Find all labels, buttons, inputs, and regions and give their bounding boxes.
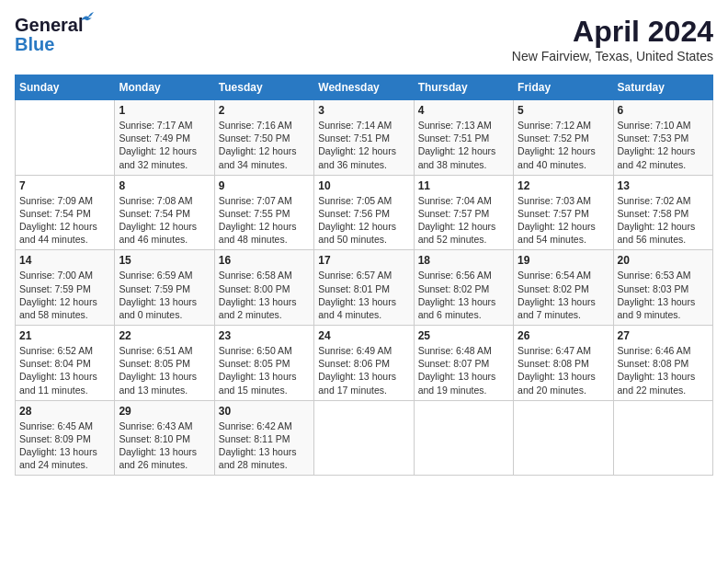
header-sunday: Sunday xyxy=(16,75,115,100)
table-cell: 30Sunrise: 6:42 AM Sunset: 8:11 PM Dayli… xyxy=(214,400,313,476)
calendar-header-row: SundayMondayTuesdayWednesdayThursdayFrid… xyxy=(16,75,713,100)
day-number: 5 xyxy=(518,104,609,117)
table-cell: 20Sunrise: 6:53 AM Sunset: 8:03 PM Dayli… xyxy=(613,250,712,326)
table-cell: 9Sunrise: 7:07 AM Sunset: 7:55 PM Daylig… xyxy=(214,175,313,250)
day-number: 10 xyxy=(318,179,409,192)
day-info: Sunrise: 7:03 AM Sunset: 7:57 PM Dayligh… xyxy=(518,194,609,247)
day-number: 11 xyxy=(418,179,509,192)
day-info: Sunrise: 7:14 AM Sunset: 7:51 PM Dayligh… xyxy=(318,119,409,171)
week-row-1: 1Sunrise: 7:17 AM Sunset: 7:49 PM Daylig… xyxy=(16,100,713,176)
day-number: 17 xyxy=(318,254,409,267)
day-number: 19 xyxy=(518,254,609,267)
day-info: Sunrise: 7:08 AM Sunset: 7:54 PM Dayligh… xyxy=(119,194,210,247)
table-cell: 28Sunrise: 6:45 AM Sunset: 8:09 PM Dayli… xyxy=(16,400,115,476)
table-cell xyxy=(16,100,115,176)
table-cell: 5Sunrise: 7:12 AM Sunset: 7:52 PM Daylig… xyxy=(514,100,613,176)
table-cell xyxy=(613,400,712,476)
day-info: Sunrise: 7:04 AM Sunset: 7:57 PM Dayligh… xyxy=(418,194,509,247)
table-cell: 1Sunrise: 7:17 AM Sunset: 7:49 PM Daylig… xyxy=(115,100,214,176)
week-row-3: 14Sunrise: 7:00 AM Sunset: 7:59 PM Dayli… xyxy=(16,250,713,326)
table-cell: 12Sunrise: 7:03 AM Sunset: 7:57 PM Dayli… xyxy=(514,175,613,250)
day-number: 2 xyxy=(219,104,310,117)
day-info: Sunrise: 6:57 AM Sunset: 8:01 PM Dayligh… xyxy=(318,269,409,321)
day-info: Sunrise: 6:59 AM Sunset: 7:59 PM Dayligh… xyxy=(119,269,210,321)
table-cell: 24Sunrise: 6:49 AM Sunset: 8:06 PM Dayli… xyxy=(314,326,414,401)
day-info: Sunrise: 6:49 AM Sunset: 8:06 PM Dayligh… xyxy=(318,344,409,396)
day-info: Sunrise: 6:51 AM Sunset: 8:05 PM Dayligh… xyxy=(119,344,210,396)
day-info: Sunrise: 7:10 AM Sunset: 7:53 PM Dayligh… xyxy=(618,119,709,171)
table-cell: 8Sunrise: 7:08 AM Sunset: 7:54 PM Daylig… xyxy=(115,175,214,250)
header-tuesday: Tuesday xyxy=(214,75,313,100)
day-number: 18 xyxy=(418,254,509,267)
day-number: 30 xyxy=(219,405,310,418)
day-number: 27 xyxy=(618,329,709,342)
table-cell: 15Sunrise: 6:59 AM Sunset: 7:59 PM Dayli… xyxy=(115,250,214,326)
title-block: April 2024 New Fairview, Texas, United S… xyxy=(512,15,713,63)
table-cell: 6Sunrise: 7:10 AM Sunset: 7:53 PM Daylig… xyxy=(613,100,712,176)
day-number: 9 xyxy=(219,179,310,192)
week-row-2: 7Sunrise: 7:09 AM Sunset: 7:54 PM Daylig… xyxy=(16,175,713,250)
day-number: 16 xyxy=(219,254,310,267)
day-number: 1 xyxy=(119,104,210,117)
day-info: Sunrise: 7:16 AM Sunset: 7:50 PM Dayligh… xyxy=(219,119,310,171)
day-number: 24 xyxy=(318,329,409,342)
day-info: Sunrise: 6:46 AM Sunset: 8:08 PM Dayligh… xyxy=(618,344,709,396)
day-info: Sunrise: 7:05 AM Sunset: 7:56 PM Dayligh… xyxy=(318,194,409,247)
day-number: 20 xyxy=(618,254,709,267)
day-number: 13 xyxy=(618,179,709,192)
day-number: 26 xyxy=(518,329,609,342)
day-number: 3 xyxy=(318,104,409,117)
table-cell: 2Sunrise: 7:16 AM Sunset: 7:50 PM Daylig… xyxy=(214,100,313,176)
day-number: 8 xyxy=(119,179,210,192)
day-number: 12 xyxy=(518,179,609,192)
table-cell: 14Sunrise: 7:00 AM Sunset: 7:59 PM Dayli… xyxy=(16,250,115,326)
logo: General Blue xyxy=(15,15,83,55)
day-info: Sunrise: 7:13 AM Sunset: 7:51 PM Dayligh… xyxy=(418,119,509,171)
day-info: Sunrise: 7:07 AM Sunset: 7:55 PM Dayligh… xyxy=(219,194,310,247)
logo-blue: Blue xyxy=(15,34,54,55)
day-info: Sunrise: 6:52 AM Sunset: 8:04 PM Dayligh… xyxy=(19,344,110,396)
day-info: Sunrise: 6:54 AM Sunset: 8:02 PM Dayligh… xyxy=(518,269,609,321)
header-thursday: Thursday xyxy=(414,75,513,100)
week-row-4: 21Sunrise: 6:52 AM Sunset: 8:04 PM Dayli… xyxy=(16,326,713,401)
day-info: Sunrise: 7:00 AM Sunset: 7:59 PM Dayligh… xyxy=(19,269,110,321)
day-number: 23 xyxy=(219,329,310,342)
table-cell: 27Sunrise: 6:46 AM Sunset: 8:08 PM Dayli… xyxy=(613,326,712,401)
main-title: April 2024 xyxy=(512,15,713,49)
day-info: Sunrise: 7:09 AM Sunset: 7:54 PM Dayligh… xyxy=(19,194,110,247)
day-info: Sunrise: 6:45 AM Sunset: 8:09 PM Dayligh… xyxy=(19,419,110,472)
day-info: Sunrise: 6:42 AM Sunset: 8:11 PM Dayligh… xyxy=(219,419,310,472)
day-info: Sunrise: 6:48 AM Sunset: 8:07 PM Dayligh… xyxy=(418,344,509,396)
day-info: Sunrise: 7:12 AM Sunset: 7:52 PM Dayligh… xyxy=(518,119,609,171)
logo-general: General xyxy=(15,15,83,35)
day-info: Sunrise: 6:56 AM Sunset: 8:02 PM Dayligh… xyxy=(418,269,509,321)
table-cell: 3Sunrise: 7:14 AM Sunset: 7:51 PM Daylig… xyxy=(314,100,414,176)
page-header: General Blue April 2024 New Fairview, Te… xyxy=(15,15,713,63)
week-row-5: 28Sunrise: 6:45 AM Sunset: 8:09 PM Dayli… xyxy=(16,400,713,476)
calendar-table: SundayMondayTuesdayWednesdayThursdayFrid… xyxy=(15,75,713,476)
table-cell: 22Sunrise: 6:51 AM Sunset: 8:05 PM Dayli… xyxy=(115,326,214,401)
header-friday: Friday xyxy=(514,75,613,100)
day-number: 25 xyxy=(418,329,509,342)
table-cell: 25Sunrise: 6:48 AM Sunset: 8:07 PM Dayli… xyxy=(414,326,513,401)
table-cell xyxy=(514,400,613,476)
day-number: 15 xyxy=(119,254,210,267)
logo-bird-icon xyxy=(79,9,96,29)
table-cell: 19Sunrise: 6:54 AM Sunset: 8:02 PM Dayli… xyxy=(514,250,613,326)
table-cell: 23Sunrise: 6:50 AM Sunset: 8:05 PM Dayli… xyxy=(214,326,313,401)
header-wednesday: Wednesday xyxy=(314,75,414,100)
table-cell: 17Sunrise: 6:57 AM Sunset: 8:01 PM Dayli… xyxy=(314,250,414,326)
table-cell: 7Sunrise: 7:09 AM Sunset: 7:54 PM Daylig… xyxy=(16,175,115,250)
table-cell: 26Sunrise: 6:47 AM Sunset: 8:08 PM Dayli… xyxy=(514,326,613,401)
subtitle: New Fairview, Texas, United States xyxy=(512,49,713,63)
table-cell: 18Sunrise: 6:56 AM Sunset: 8:02 PM Dayli… xyxy=(414,250,513,326)
day-info: Sunrise: 6:47 AM Sunset: 8:08 PM Dayligh… xyxy=(518,344,609,396)
day-info: Sunrise: 7:02 AM Sunset: 7:58 PM Dayligh… xyxy=(618,194,709,247)
day-number: 29 xyxy=(119,405,210,418)
table-cell: 11Sunrise: 7:04 AM Sunset: 7:57 PM Dayli… xyxy=(414,175,513,250)
day-number: 6 xyxy=(618,104,709,117)
day-number: 21 xyxy=(19,329,110,342)
table-cell: 21Sunrise: 6:52 AM Sunset: 8:04 PM Dayli… xyxy=(16,326,115,401)
table-cell: 13Sunrise: 7:02 AM Sunset: 7:58 PM Dayli… xyxy=(613,175,712,250)
day-info: Sunrise: 6:43 AM Sunset: 8:10 PM Dayligh… xyxy=(119,419,210,472)
